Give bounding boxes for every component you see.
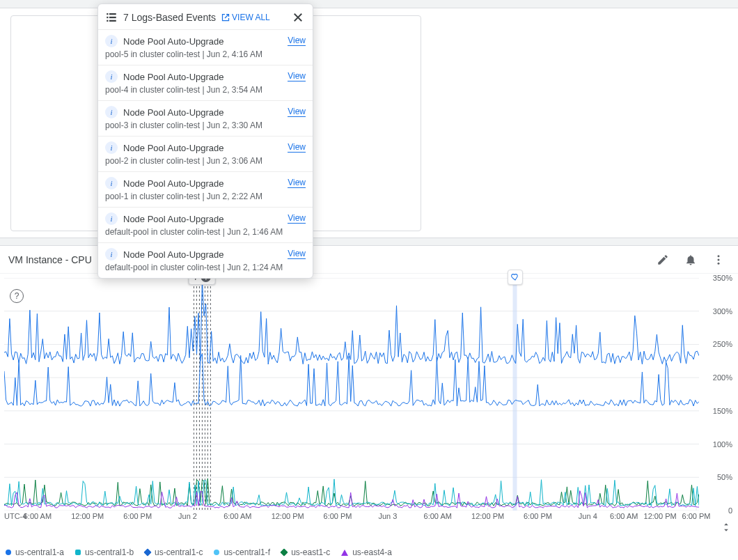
- y-tick-label: 150%: [713, 407, 732, 415]
- y-tick-label: 50%: [717, 473, 732, 481]
- event-name: Node Pool Auto-Upgrade: [123, 107, 224, 118]
- y-tick-label: 200%: [713, 373, 732, 382]
- event-name: Node Pool Auto-Upgrade: [123, 143, 224, 153]
- x-tick-label: 6:00 AM: [424, 512, 452, 520]
- event-row: iNode Pool Auto-UpgradeViewpool-5 in clu…: [98, 29, 313, 65]
- event-subtext: pool-1 in cluster colin-test | Jun 2, 2:…: [105, 192, 306, 201]
- timeline-icon: [105, 11, 118, 24]
- x-tick-label: 6:00 AM: [610, 512, 638, 520]
- x-tick-label: 6:00 AM: [24, 512, 52, 520]
- more-icon[interactable]: [707, 249, 730, 271]
- event-name: Node Pool Auto-Upgrade: [123, 214, 224, 224]
- legend-swatch: [280, 548, 288, 556]
- event-view-link[interactable]: View: [288, 178, 306, 188]
- event-name: Node Pool Auto-Upgrade: [123, 249, 224, 260]
- x-tick-label: Jun 3: [378, 512, 397, 520]
- x-tick-label: 12:00 PM: [471, 512, 504, 520]
- legend-label: us-east4-a: [352, 547, 392, 557]
- legend-item[interactable]: us-central1-a: [6, 547, 64, 557]
- x-tick-label: Jun 4: [579, 512, 597, 520]
- legend-swatch: [143, 548, 151, 556]
- legend-item[interactable]: us-central1-b: [75, 547, 134, 557]
- svg-rect-26: [513, 278, 517, 511]
- legend-label: us-central1-f: [223, 547, 270, 557]
- legend-label: us-central1-c: [155, 547, 203, 557]
- event-view-link[interactable]: View: [288, 213, 306, 224]
- event-subtext: pool-4 in cluster colin-test | Jun 2, 3:…: [105, 85, 306, 95]
- x-tick-label: 6:00 PM: [123, 512, 152, 520]
- event-row: iNode Pool Auto-UpgradeViewpool-4 in clu…: [98, 65, 313, 100]
- x-tick-label: 6:00 PM: [524, 512, 552, 520]
- event-row: iNode Pool Auto-UpgradeViewpool-1 in clu…: [98, 171, 313, 207]
- event-subtext: pool-5 in cluster colin-test | Jun 2, 4:…: [105, 49, 306, 59]
- event-name: Node Pool Auto-Upgrade: [123, 72, 224, 82]
- bell-icon[interactable]: [680, 249, 702, 271]
- x-tick-label: 12:00 PM: [272, 512, 304, 520]
- events-popup-header: 7 Logs-Based Events VIEW ALL: [98, 4, 313, 29]
- event-view-link[interactable]: View: [288, 249, 306, 259]
- info-icon: i: [105, 141, 118, 154]
- x-tick-label: 6:00 PM: [682, 512, 711, 520]
- event-row: iNode Pool Auto-UpgradeViewdefault-pool …: [98, 242, 313, 278]
- x-tick-label: Jun 2: [178, 512, 197, 520]
- y-tick-label: 250%: [713, 340, 732, 348]
- x-tick-label: 12:00 PM: [71, 512, 104, 520]
- chart-plot[interactable]: 7 i: [4, 278, 699, 511]
- legend-item[interactable]: us-central1-f: [214, 547, 270, 557]
- svg-point-2: [718, 262, 720, 264]
- svg-rect-38: [107, 20, 108, 22]
- event-row: iNode Pool Auto-UpgradeViewdefault-pool …: [98, 207, 313, 242]
- svg-point-0: [718, 255, 720, 257]
- close-icon[interactable]: [290, 10, 306, 25]
- y-tick-label: 300%: [713, 307, 732, 316]
- event-row: iNode Pool Auto-UpgradeViewpool-2 in clu…: [98, 136, 313, 171]
- event-view-link[interactable]: View: [288, 71, 306, 81]
- event-row: iNode Pool Auto-UpgradeViewpool-3 in clu…: [98, 100, 313, 136]
- legend-label: us-central1-a: [15, 547, 64, 557]
- legend-swatch: [6, 550, 11, 555]
- chart-title: VM Instance - CPU: [8, 254, 92, 265]
- legend-swatch: [75, 550, 81, 555]
- svg-rect-39: [109, 20, 116, 22]
- legend-item[interactable]: us-east4-a: [341, 547, 392, 557]
- x-tick-label: 12:00 PM: [644, 512, 677, 520]
- event-subtext: default-pool in cluster colin-test | Jun…: [105, 263, 306, 272]
- chart-body: ? 7 i 350%300%250%200%150%100%50%0 UTC-4…: [0, 274, 738, 538]
- info-icon: i: [105, 70, 118, 83]
- favorite-chip[interactable]: [508, 270, 523, 285]
- info-icon: i: [105, 177, 118, 189]
- event-name: Node Pool Auto-Upgrade: [123, 36, 224, 47]
- event-view-link[interactable]: View: [288, 36, 306, 46]
- info-icon: i: [105, 35, 118, 47]
- event-subtext: pool-3 in cluster colin-test | Jun 2, 3:…: [105, 120, 306, 130]
- y-tick-label: 0: [728, 506, 732, 515]
- svg-rect-36: [107, 17, 108, 18]
- svg-point-1: [718, 258, 720, 260]
- events-view-all-link[interactable]: VIEW ALL: [221, 13, 270, 22]
- edit-icon[interactable]: [652, 249, 674, 271]
- event-subtext: default-pool in cluster colin-test | Jun…: [105, 227, 306, 237]
- legend-swatch: [214, 550, 219, 555]
- legend-swatch: [341, 550, 348, 556]
- info-icon: i: [105, 248, 118, 260]
- event-name: Node Pool Auto-Upgrade: [123, 178, 224, 189]
- y-tick-label: 100%: [713, 440, 732, 449]
- svg-rect-34: [107, 13, 108, 15]
- event-view-link[interactable]: View: [288, 107, 306, 117]
- y-tick-label: 350%: [713, 274, 732, 282]
- legend-label: us-east1-c: [291, 547, 330, 557]
- x-tick-label: 6:00 AM: [223, 512, 251, 520]
- x-tick-label: 6:00 PM: [324, 512, 352, 520]
- info-icon: i: [105, 106, 118, 118]
- x-axis-labels: UTC-46:00 AM12:00 PM6:00 PMJun 26:00 AM1…: [4, 512, 699, 523]
- y-axis-labels: 350%300%250%200%150%100%50%0: [700, 278, 734, 511]
- legend-item[interactable]: us-east1-c: [281, 547, 330, 557]
- event-view-link[interactable]: View: [288, 142, 306, 153]
- legend-item[interactable]: us-central1-c: [145, 547, 203, 557]
- chart-legend: us-central1-aus-central1-bus-central1-cu…: [6, 547, 392, 557]
- events-popup: 7 Logs-Based Events VIEW ALL iNode Pool …: [97, 3, 313, 279]
- events-popup-title: 7 Logs-Based Events: [123, 12, 216, 23]
- chart-card: VM Instance - CPU ? 7 i 350%300%250%200%…: [0, 245, 738, 560]
- expand-vertical-icon[interactable]: [721, 522, 731, 533]
- svg-rect-37: [109, 17, 116, 18]
